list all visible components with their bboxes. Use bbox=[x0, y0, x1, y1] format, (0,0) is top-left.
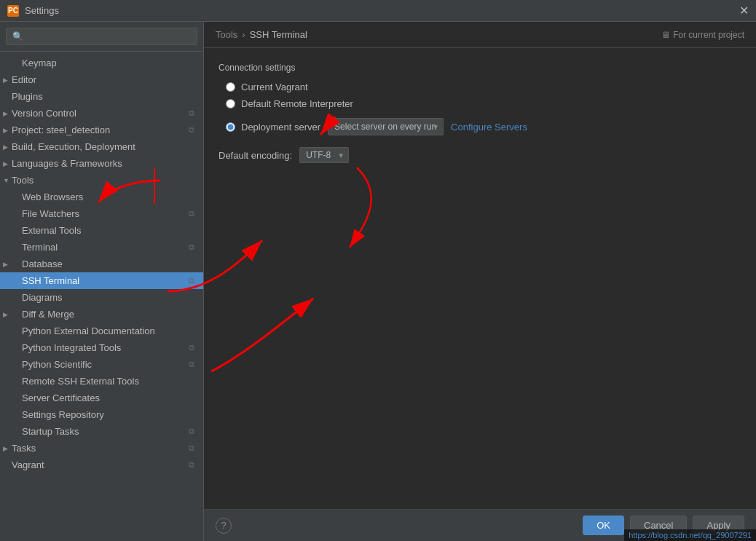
sidebar-item-vagrant[interactable]: Vagrant ⧉ bbox=[0, 457, 203, 473]
sidebar-item-build[interactable]: Build, Execution, Deployment bbox=[0, 138, 203, 155]
encoding-select-wrapper: UTF-8 ▼ bbox=[299, 147, 349, 163]
sidebar: Keymap Editor Plugins Version Control ⧉ … bbox=[0, 22, 204, 541]
sidebar-item-label: Diff & Merge bbox=[22, 309, 74, 320]
radio-default-remote-label: Default Remote Interpreter bbox=[241, 98, 353, 109]
sidebar-item-database[interactable]: Database bbox=[0, 256, 203, 272]
sidebar-item-label: Plugins bbox=[12, 91, 43, 102]
ok-button[interactable]: OK bbox=[583, 516, 624, 535]
sidebar-item-plugins[interactable]: Plugins bbox=[0, 88, 203, 105]
close-button[interactable]: ✕ bbox=[739, 5, 749, 17]
sidebar-item-server-certs[interactable]: Server Certificates bbox=[0, 390, 203, 406]
copy-icon: ⧉ bbox=[189, 108, 194, 118]
radio-current-vagrant-label: Current Vagrant bbox=[241, 82, 308, 92]
radio-default-remote-input[interactable] bbox=[226, 99, 235, 108]
search-input[interactable] bbox=[6, 28, 197, 45]
sidebar-item-languages[interactable]: Languages & Frameworks bbox=[0, 155, 203, 172]
server-select-wrapper: Select server on every run ▼ bbox=[328, 118, 444, 135]
sidebar-item-label: Diagrams bbox=[22, 292, 63, 303]
sidebar-item-label: External Tools bbox=[22, 225, 81, 236]
title-bar-left: PC Settings bbox=[7, 5, 59, 17]
sidebar-item-keymap[interactable]: Keymap bbox=[0, 55, 203, 71]
sidebar-item-label: Version Control bbox=[12, 108, 76, 119]
radio-current-vagrant-input[interactable] bbox=[226, 82, 235, 92]
sidebar-item-python-int-tools[interactable]: Python Integrated Tools ⧉ bbox=[0, 339, 203, 356]
sidebar-item-label: File Watchers bbox=[22, 208, 79, 219]
radio-group: Current Vagrant Default Remote Interpret… bbox=[226, 82, 741, 135]
content-area: Connection settings Current Vagrant Defa… bbox=[204, 48, 756, 509]
sidebar-item-label: Editor bbox=[12, 74, 36, 85]
sidebar-item-editor[interactable]: Editor bbox=[0, 71, 203, 88]
radio-deployment-label: Deployment server bbox=[241, 122, 320, 133]
sidebar-item-label: Languages & Frameworks bbox=[12, 158, 122, 169]
sidebar-item-label: Python Integrated Tools bbox=[22, 342, 121, 353]
window-title: Settings bbox=[25, 5, 59, 16]
radio-default-remote[interactable]: Default Remote Interpreter bbox=[226, 98, 741, 109]
sidebar-item-label: Settings Repository bbox=[22, 409, 104, 420]
sidebar-item-project[interactable]: Project: steel_detection ⧉ bbox=[0, 122, 203, 138]
copy-icon: ⧉ bbox=[189, 242, 194, 252]
sidebar-item-label: Python External Documentation bbox=[22, 325, 155, 336]
connection-settings-label: Connection settings bbox=[218, 63, 741, 73]
radio-deployment-input[interactable] bbox=[226, 122, 235, 132]
sidebar-item-label: SSH Terminal bbox=[22, 275, 79, 286]
breadcrumb-project: 🖥 For current project bbox=[661, 30, 744, 40]
sidebar-item-file-watchers[interactable]: File Watchers ⧉ bbox=[0, 205, 203, 222]
sidebar-item-label: Build, Execution, Deployment bbox=[12, 141, 135, 152]
copy-icon: ⧉ bbox=[189, 427, 194, 436]
sidebar-item-external-tools[interactable]: External Tools bbox=[0, 222, 203, 239]
sidebar-item-label: Project: steel_detection bbox=[12, 125, 110, 135]
copy-icon: ⧉ bbox=[189, 276, 194, 285]
breadcrumb-separator: › bbox=[242, 29, 245, 40]
main-layout: Keymap Editor Plugins Version Control ⧉ … bbox=[0, 22, 756, 541]
sidebar-item-tools[interactable]: Tools bbox=[0, 172, 203, 189]
radio-deployment-server[interactable]: Deployment server bbox=[226, 122, 320, 133]
sidebar-item-diagrams[interactable]: Diagrams bbox=[0, 289, 203, 306]
deployment-row: Deployment server Select server on every… bbox=[226, 118, 741, 135]
breadcrumb-project-label: For current project bbox=[673, 30, 744, 40]
configure-servers-link[interactable]: Configure Servers bbox=[451, 122, 527, 133]
sidebar-item-python-scientific[interactable]: Python Scientific ⧉ bbox=[0, 356, 203, 373]
sidebar-item-label: Tasks bbox=[12, 443, 36, 454]
url-bar: https://blog.csdn.net/qq_29007291 bbox=[624, 529, 756, 541]
sidebar-item-ssh-terminal[interactable]: SSH Terminal ⧉ bbox=[0, 272, 203, 289]
server-select[interactable]: Select server on every run bbox=[328, 118, 444, 135]
sidebar-item-terminal[interactable]: Terminal ⧉ bbox=[0, 239, 203, 256]
sidebar-item-label: Startup Tasks bbox=[22, 426, 79, 437]
copy-icon: ⧉ bbox=[189, 343, 194, 352]
sidebar-item-label: Python Scientific bbox=[22, 359, 92, 370]
breadcrumb-parent: Tools bbox=[216, 29, 237, 40]
help-button[interactable]: ? bbox=[216, 518, 232, 534]
sidebar-item-diff-merge[interactable]: Diff & Merge bbox=[0, 306, 203, 323]
sidebar-item-label: Keymap bbox=[22, 58, 57, 68]
sidebar-item-startup-tasks[interactable]: Startup Tasks ⧉ bbox=[0, 423, 203, 440]
sidebar-item-label: Vagrant bbox=[12, 459, 44, 470]
breadcrumb: Tools › SSH Terminal 🖥 For current proje… bbox=[204, 22, 756, 48]
sidebar-item-label: Terminal bbox=[22, 242, 58, 253]
project-icon: 🖥 bbox=[661, 30, 670, 40]
sidebar-item-label: Database bbox=[22, 258, 63, 269]
sidebar-list: Keymap Editor Plugins Version Control ⧉ … bbox=[0, 52, 203, 541]
sidebar-item-label: Tools bbox=[12, 175, 34, 186]
copy-icon: ⧉ bbox=[189, 125, 194, 135]
sidebar-item-label: Server Certificates bbox=[22, 392, 100, 403]
title-bar: PC Settings ✕ bbox=[0, 0, 756, 22]
sidebar-item-tasks[interactable]: Tasks ⧉ bbox=[0, 440, 203, 457]
radio-current-vagrant[interactable]: Current Vagrant bbox=[226, 82, 741, 92]
app-icon: PC bbox=[7, 5, 19, 17]
sidebar-item-remote-ssh[interactable]: Remote SSH External Tools bbox=[0, 373, 203, 390]
search-box bbox=[0, 22, 203, 52]
copy-icon: ⧉ bbox=[189, 360, 194, 369]
sidebar-item-settings-repo[interactable]: Settings Repository bbox=[0, 406, 203, 423]
sidebar-item-label: Remote SSH External Tools bbox=[22, 376, 139, 387]
encoding-label: Default encoding: bbox=[218, 150, 292, 161]
encoding-select[interactable]: UTF-8 bbox=[299, 147, 349, 163]
right-panel: Tools › SSH Terminal 🖥 For current proje… bbox=[204, 22, 756, 541]
sidebar-item-web-browsers[interactable]: Web Browsers bbox=[0, 189, 203, 205]
bottom-left: ? bbox=[216, 518, 232, 534]
copy-icon: ⧉ bbox=[189, 443, 194, 453]
sidebar-item-label: Web Browsers bbox=[22, 191, 83, 202]
copy-icon: ⧉ bbox=[189, 209, 194, 218]
sidebar-item-python-ext-doc[interactable]: Python External Documentation bbox=[0, 323, 203, 339]
sidebar-item-version-control[interactable]: Version Control ⧉ bbox=[0, 105, 203, 122]
breadcrumb-current: SSH Terminal bbox=[250, 29, 307, 40]
